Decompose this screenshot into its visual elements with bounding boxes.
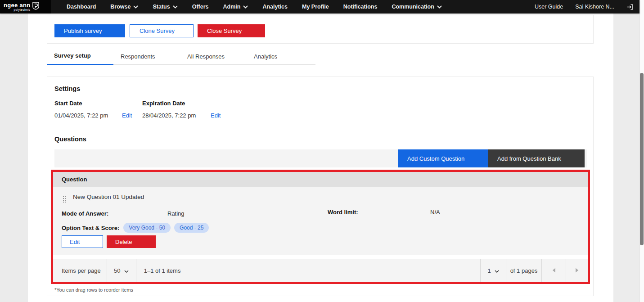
survey-tabs: Survey setup Respondents All Responses A…: [47, 47, 315, 65]
survey-setup-panel: Settings Start Date Expiration Date 01/0…: [47, 77, 594, 296]
delete-question-button[interactable]: Delete: [107, 235, 156, 248]
question-title: New Question 01 Updated: [73, 194, 144, 200]
nav-item-my-profile[interactable]: My Profile: [295, 0, 336, 14]
tab-respondents[interactable]: Respondents: [113, 47, 180, 65]
survey-actions-card: Publish survey Clone Survey Close Survey: [47, 15, 594, 44]
pagination-range: 1–1 of 1 items: [136, 259, 181, 282]
mode-of-answer-label: Mode of Answer:: [62, 210, 108, 217]
edit-question-button[interactable]: Edit: [62, 235, 103, 248]
tab-all-responses[interactable]: All Responses: [180, 47, 247, 65]
user-guide-link[interactable]: User Guide: [535, 4, 563, 10]
reorder-note: *You can drag rows to reorder items: [54, 287, 133, 293]
chevron-down-icon: [495, 267, 499, 274]
pagination-bar: Items per page 50 1–1 of 1 items 1 of 1 …: [53, 259, 588, 282]
scrollbar-thumb[interactable]: [640, 73, 644, 245]
prev-page-icon: [552, 267, 556, 274]
question-row: New Question 01 Updated Mode of Answer: …: [53, 187, 588, 255]
start-date-value: 01/04/2025, 7:22 pm: [54, 112, 108, 119]
tab-survey-setup[interactable]: Survey setup: [47, 47, 113, 65]
nav-item-status[interactable]: Status: [145, 0, 185, 14]
questions-title: Questions: [54, 135, 86, 143]
tab-analytics[interactable]: Analytics: [247, 47, 313, 65]
publish-survey-button[interactable]: Publish survey: [54, 24, 125, 37]
nav-item-admin[interactable]: Admin: [216, 0, 255, 14]
question-table-highlight: Question New Question 01 Updated Mode of…: [51, 170, 590, 284]
close-survey-button[interactable]: Close Survey: [198, 24, 265, 37]
option-tag: Good - 25: [174, 223, 209, 233]
logo-line1: ngee ann: [4, 2, 30, 8]
pagination-total-pages: of 1 pages: [506, 259, 541, 282]
option-text-score-label: Option Text & Score:: [62, 225, 119, 231]
next-page-button[interactable]: [566, 259, 588, 282]
page-number-select[interactable]: 1: [480, 259, 506, 282]
add-custom-question-button[interactable]: Add Custom Question: [398, 149, 488, 167]
start-date-label: Start Date: [54, 100, 82, 107]
username[interactable]: Sai Kishore N...: [575, 4, 614, 10]
items-per-page-select[interactable]: 50: [107, 259, 136, 282]
top-nav: ngee ann polytechnic Dashboard Browse St…: [0, 0, 639, 14]
chevron-down-icon: [124, 267, 129, 274]
chevron-down-icon: [243, 4, 248, 10]
nav-item-browse[interactable]: Browse: [103, 0, 145, 14]
logo[interactable]: ngee ann polytechnic: [0, 0, 51, 14]
logo-line2: polytechnic: [4, 9, 30, 12]
nav-menu: Dashboard Browse Status Offers Admin Ana…: [59, 0, 449, 14]
questions-toolbar: Add Custom Question Add from Question Ba…: [54, 149, 587, 167]
option-tag: Very Good - 50: [123, 223, 171, 233]
options-row: Option Text & Score: Very Good - 50 Good…: [62, 223, 212, 233]
chevron-down-icon: [173, 4, 178, 10]
settings-title: Settings: [54, 85, 80, 92]
items-per-page-label: Items per page: [53, 259, 107, 282]
expiration-date-value: 28/04/2025, 7:22 pm: [142, 112, 196, 119]
mode-of-answer-value: Rating: [167, 210, 185, 217]
drag-handle-icon[interactable]: [63, 196, 66, 203]
logout-icon[interactable]: [626, 4, 633, 10]
nav-item-dashboard[interactable]: Dashboard: [59, 0, 103, 14]
page-right-margin: [613, 14, 639, 302]
page-left-margin: [0, 14, 28, 302]
previous-page-button[interactable]: [541, 259, 566, 282]
chevron-down-icon: [437, 4, 442, 10]
nav-right: User Guide Sai Kishore N...: [535, 4, 639, 10]
nav-item-notifications[interactable]: Notifications: [336, 0, 385, 14]
nav-item-offers[interactable]: Offers: [185, 0, 216, 14]
question-column-header: Question: [53, 172, 588, 187]
expiration-date-label: Expiration Date: [142, 100, 185, 107]
logo-text: ngee ann polytechnic: [4, 2, 30, 12]
nav-item-analytics[interactable]: Analytics: [255, 0, 295, 14]
clone-survey-button[interactable]: Clone Survey: [130, 24, 194, 37]
shield-logo-icon: [32, 2, 39, 12]
nav-divider: [52, 2, 52, 11]
start-date-edit-link[interactable]: Edit: [122, 112, 132, 119]
word-limit-label: Word limit:: [328, 209, 358, 216]
expiration-date-edit-link[interactable]: Edit: [211, 112, 221, 119]
word-limit-value: N/A: [430, 209, 440, 216]
next-page-icon: [575, 267, 579, 274]
add-from-question-bank-button[interactable]: Add from Question Bank: [488, 149, 585, 167]
chevron-down-icon: [133, 4, 138, 10]
table-gap: [53, 255, 588, 259]
nav-item-communication[interactable]: Communication: [384, 0, 449, 14]
